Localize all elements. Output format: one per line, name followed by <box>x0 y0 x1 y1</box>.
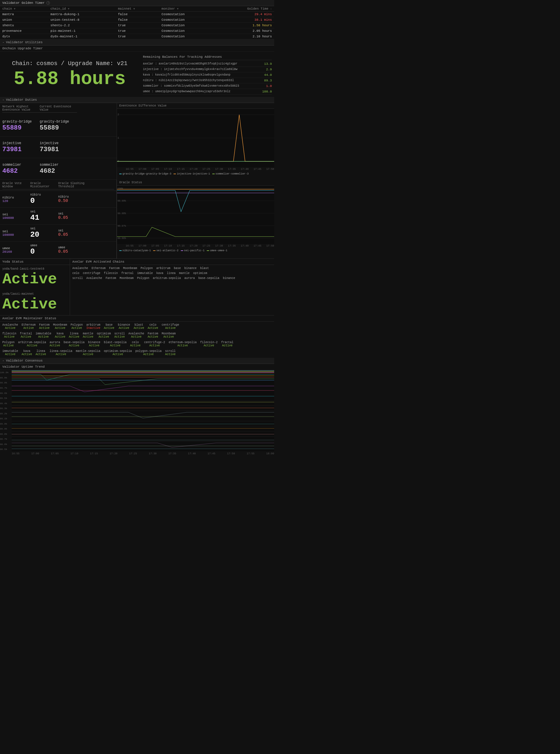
uptime-y-labels: 100.0% 99.9% 99.8% 99.7% 99.6% 99.5% 99.… <box>0 370 12 452</box>
col-mainnet[interactable]: mainnet ▼ <box>116 6 159 12</box>
golden-timer-title: Validator Golden Timer <box>2 1 45 5</box>
table-row: shentu shentu-2.2 true Cosmostation 1.58… <box>0 23 274 28</box>
balance-value: 100.0 <box>262 90 272 93</box>
maintainer-avalanche-2: AvalancheActive <box>128 332 144 339</box>
duties-chain: sommelier 4682 <box>2 163 40 175</box>
duties-chart-legend: gravity-bridge-gravity-bridge-3 injectiv… <box>117 171 274 176</box>
col-golden-time[interactable]: Golden Time ↕ <box>215 6 274 12</box>
maintainer-polygon-sep: polygon-sepoliaActive <box>135 350 162 356</box>
duties-row: gravity-bridge 55889 gravity-bridge 5588… <box>0 115 117 137</box>
legend-nibiru: nibiru-cataclysm-1 <box>119 249 151 252</box>
maintainer-moonbeam-2: MoonbeamActive <box>162 332 176 339</box>
oracle-chain-col: sei 108000 <box>2 230 30 237</box>
oracle-miss-col: nibiru 0 <box>30 193 58 205</box>
maintainer-scroll-1: scrollActive <box>114 332 125 339</box>
uptime-chart-container: 100.0% 99.9% 99.8% 99.7% 99.6% 99.5% 99.… <box>0 370 274 452</box>
table-row: mantra mantra-dukong-1 false Cosmostatio… <box>0 12 274 17</box>
maintainer-row4: immutableActive kavaActive lineaActive l… <box>2 350 272 356</box>
legend-umee: umee-umee-1 <box>207 249 227 252</box>
uptime-trend-label: Validator Uptime Trend <box>0 364 274 370</box>
cell-chain: shentu <box>0 23 48 28</box>
upgrade-time-value: 5.88 hours <box>14 70 126 89</box>
col-oracle-status <box>86 181 114 189</box>
maintainer-filecoin-1: filecoinActive <box>2 332 16 339</box>
table-row: provenance pio-mainnet-1 true Cosmostati… <box>0 28 274 34</box>
legend-sommelier: sommelier-sommelier-3 <box>212 172 248 175</box>
duties-row: sommelier 4682 sommelier 4682 <box>0 158 117 180</box>
oracle-row: umee 20160 umee 0 umee 0.05 <box>0 241 116 258</box>
col-chain-id[interactable]: chain_id ▼ <box>48 6 116 12</box>
balance-value: 89.3 <box>264 79 272 82</box>
oracle-row: sei 108000 sei 20 sei 0.05 <box>0 225 116 241</box>
oracle-threshold-col: sei 0.05 <box>58 229 86 237</box>
oracle-threshold-col: nibiru 0.50 <box>58 195 86 203</box>
maintainer-linea-sep: linea-sepoliaActive <box>49 350 72 356</box>
balance-label: injective : inj1mtxhcchfyvvs6u4nmmylgkxv… <box>143 68 237 71</box>
maintainer-row3: PolygonActive arbitrum-sepoliaActive aur… <box>2 341 272 347</box>
balance-row: injective : inj1mtxhcchfyvvs6u4nmmylgkxv… <box>143 67 272 72</box>
axelar-row3: scrollAvalancheFantomMoonbeam Polygonarb… <box>72 277 272 280</box>
balance-row: kava : kava1ujfrlcd0ted58mzplnyxzklsw0sq… <box>143 72 272 78</box>
cell-moniker: Cosmostation <box>159 17 215 23</box>
maintainer-fantom-1: FantomActive <box>39 323 49 330</box>
maintainer-moonbeam-1: MoonbeamActive <box>53 323 67 330</box>
duties-chain: gravity-bridge 55889 <box>2 120 40 132</box>
duties-current: sommelier 4682 <box>40 163 77 175</box>
col-chain[interactable]: chain ▼ <box>0 6 48 12</box>
balance-value: 44.0 <box>264 73 272 77</box>
onchain-upgrade-label: Onchain Upgrade Timer <box>0 45 274 52</box>
info-icon[interactable]: ℹ <box>46 1 50 5</box>
cell-chain: provenance <box>0 28 48 34</box>
maintainer-mantle-sep: mantle-sepoliaActive <box>76 350 100 356</box>
balance-row: sommelier : somm1xvfdclzyw03ye5mfskw6lvv… <box>143 83 272 89</box>
balance-label: kava : kava1ujfrlcd0ted58mzplnyxzklsw0sq… <box>143 73 231 77</box>
cell-mainnet: false <box>116 12 159 17</box>
table-row: dytx dydx-mainnet-1 true Cosmostation 2.… <box>0 34 274 39</box>
duties-x-labels: 16:5517:0017:0517:10 17:1517:2017:2517:3… <box>117 167 274 171</box>
cell-mainnet: true <box>116 28 159 34</box>
col-moniker[interactable]: moniker ▼ <box>159 6 215 12</box>
cell-moniker: Cosmostation <box>159 23 215 28</box>
maintainer-linea-2: lineaActive <box>36 350 46 356</box>
maintainer-scroll-2: scrollActive <box>165 350 176 356</box>
legend-gravity-bridge: gravity-bridge-gravity-bridge-3 <box>119 172 171 175</box>
cell-golden-time: 1.58 hours <box>215 23 274 28</box>
balance-value: 13.9 <box>264 62 272 66</box>
yoda-status-title: Yoda Status <box>0 259 70 265</box>
svg-text:99.99%: 99.99% <box>118 199 126 202</box>
maintainer-celo-2: celoActive <box>130 341 141 347</box>
oracle-miss-col: sei 20 <box>30 227 58 239</box>
oracle-chain-col: nibiru 120 <box>2 196 30 203</box>
oracle-row: sei 100800 sei 41 sei 0.05 <box>0 208 116 225</box>
golden-timer-table: chain ▼ chain_id ▼ mainnet ▼ moniker ▼ G… <box>0 6 274 39</box>
cell-golden-time: 29.4 mins <box>215 12 274 17</box>
yoda-panel: Yoda Status yoda/band-laozi-testnet6 Act… <box>0 259 70 315</box>
maintainer-row1: AvalancheActive EthereumActive FantomAct… <box>2 323 272 330</box>
validator-utilities-header: Validator Utilities <box>0 39 274 45</box>
svg-text:1: 1 <box>118 137 119 139</box>
yoda-items: yoda/band-laozi-testnet6 Active yoda/lao… <box>0 265 70 315</box>
duties-left-panel: Network Highest Eventnonce Value Current… <box>0 103 117 180</box>
col-oracle-threshold: Oracle Slashing Threshold <box>58 181 86 189</box>
axelar-activated-chains: AvalancheEthereumFantomMoonbeam Polygona… <box>70 265 274 282</box>
upgrade-timer-right: Remaining Balances For Tracking Addresse… <box>143 54 272 95</box>
maintainer-centrifuge-2: centrifuge-2Active <box>144 341 165 347</box>
maintainer-immutable-1: immutableActive <box>36 332 51 339</box>
yoda-chain-2: yoda/laozi-mainnet <box>2 292 67 295</box>
svg-text:99.97%: 99.97% <box>118 225 126 227</box>
cell-chain: union <box>0 17 48 23</box>
golden-timer-header: Validator Golden Timer ℹ <box>0 0 274 6</box>
remaining-balances-label: Remaining Balances For Tracking Addresse… <box>143 54 272 60</box>
maintainer-optimism-sep: optimism-sepoliaActive <box>104 350 132 356</box>
maintainer-filecoin-2: filecoin-2Active <box>200 341 218 347</box>
cell-moniker: Cosmostation <box>159 12 215 17</box>
cell-chain-id: pio-mainnet-1 <box>48 28 116 34</box>
balance-value: 2.9 <box>266 68 272 71</box>
duties-current: injective 73981 <box>40 141 77 153</box>
maintainer-centrifuge-1: centrifugeActive <box>162 323 179 330</box>
maintainer-arbitrum-1: arbitrumInactive <box>86 323 100 330</box>
cell-chain-id: union-testnet-8 <box>48 17 116 23</box>
maintainer-blast-1: blastActive <box>134 323 144 330</box>
col-oracle-vote: Oracle Vote Window <box>2 181 30 189</box>
yoda-chain-1: yoda/band-laozi-testnet6 <box>2 267 67 270</box>
